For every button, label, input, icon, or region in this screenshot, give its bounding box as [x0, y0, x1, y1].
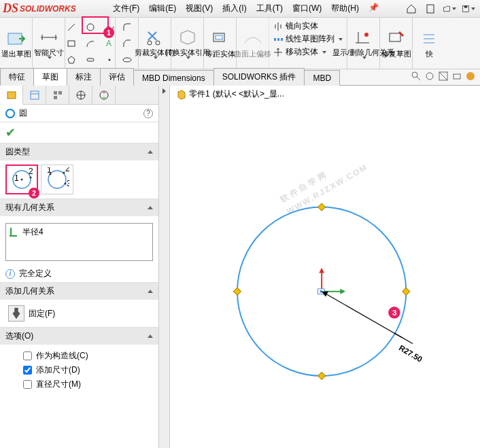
section-options: 选项(O) 作为构造线(C) 添加尺寸(D) 直径尺寸(M) [0, 327, 158, 396]
menu-edit[interactable]: 编辑(E) [149, 3, 176, 14]
fix-relation-button[interactable] [8, 305, 24, 322]
sketch-origin[interactable] [318, 268, 345, 294]
breadcrumb-part[interactable]: 零件1 [189, 88, 210, 100]
svg-point-25 [426, 73, 433, 80]
sec-options-label: 选项(O) [5, 330, 33, 342]
open-icon[interactable] [442, 1, 457, 16]
panel-header: 圆 ? [0, 105, 158, 122]
zoom-icon[interactable] [424, 71, 435, 84]
repair-sketch-button[interactable]: 修复草图 [380, 18, 413, 69]
sec-type-label: 圆类型 [5, 146, 30, 158]
mirror-button[interactable]: 镜向实体 [273, 20, 343, 32]
arc-tool[interactable] [82, 36, 99, 51]
dimxpert-tab[interactable] [69, 86, 92, 105]
tab-mbd-dim[interactable]: MBD Dimensions [133, 70, 214, 86]
smart-dimension-button[interactable]: 智能尺寸 [33, 18, 65, 69]
tab-features[interactable]: 特征 [0, 68, 34, 86]
svg-rect-9 [87, 58, 94, 61]
view-normal-icon[interactable] [451, 71, 462, 84]
ok-button[interactable]: ✔ [0, 122, 158, 143]
rect-tool[interactable] [63, 36, 80, 51]
fillet-tool[interactable] [118, 20, 136, 35]
svg-rect-16 [274, 38, 276, 41]
oncurve-offset-button[interactable]: 曲面上偏移 [237, 18, 269, 69]
new-doc-icon[interactable] [423, 1, 438, 16]
linear-pattern-button[interactable]: 线性草图阵列 [273, 33, 343, 45]
svg-rect-33 [54, 91, 57, 94]
appearance-icon[interactable] [465, 71, 476, 84]
svg-rect-2 [464, 5, 468, 7]
svg-rect-56 [233, 288, 241, 295]
breadcrumb-config[interactable]: (默认< <默认>_显... [213, 88, 284, 100]
title-bar-right [404, 1, 480, 16]
svg-rect-34 [58, 91, 62, 94]
section-existing-relations: 现有几何关系 半径4 i 完全定义 [0, 199, 158, 282]
svg-point-23 [412, 72, 417, 77]
save-icon[interactable] [461, 1, 476, 16]
flyout-gutter[interactable] [159, 86, 170, 448]
construction-checkbox[interactable] [23, 351, 32, 360]
section-circle-type: 圆类型 12 2 123 [0, 143, 158, 199]
menu-tools[interactable]: 工具(T) [256, 3, 283, 14]
tab-sw-addins[interactable]: SOLIDWORKS 插件 [213, 68, 305, 86]
circle-icon [5, 109, 15, 118]
convert-button[interactable]: 转换实体引用 [171, 18, 204, 69]
svg-rect-15 [216, 35, 222, 39]
property-manager: 圆 ? ✔ 圆类型 12 2 123 现有几何关系 [0, 86, 159, 448]
svg-point-11 [123, 58, 131, 62]
svg-rect-18 [281, 38, 283, 41]
offset-button[interactable]: 等距实体 [204, 18, 237, 69]
svg-marker-8 [68, 56, 75, 63]
property-tab[interactable] [23, 86, 46, 105]
menu-file[interactable]: 文件(F) [113, 3, 139, 14]
menu-pin-icon[interactable]: 📌 [368, 3, 379, 14]
feature-tree-tab[interactable] [0, 86, 23, 105]
svg-text:2: 2 [65, 167, 69, 173]
exit-sketch-button[interactable]: 退出草图 [0, 18, 33, 69]
slot-tool[interactable] [82, 52, 99, 67]
section-view-icon[interactable] [438, 71, 449, 84]
chevron-up-icon [148, 290, 153, 293]
annotation-badge-3: 3 [392, 308, 397, 317]
radius-dimension[interactable]: R27.50 [322, 292, 424, 364]
app-logo: DS SOLIDWORKS [0, 0, 102, 18]
definition-status: i 完全定义 [0, 265, 158, 282]
appearance-tab[interactable] [92, 86, 116, 105]
menu-view[interactable]: 视图(V) [186, 3, 213, 14]
relations-list[interactable]: 半径4 [5, 223, 153, 261]
graphics-area[interactable]: 零件1 (默认< <默认>_显... 软件自学网 WWW.RJZXW.COM [159, 86, 480, 448]
help-icon[interactable]: ? [143, 109, 153, 118]
relation-icon [9, 226, 20, 237]
svg-point-42 [30, 177, 32, 179]
trim-button[interactable]: 剪裁实体(T) [139, 18, 171, 69]
command-manager-tabs: 特征 草图 标注 评估 MBD Dimensions SOLIDWORKS 插件… [0, 69, 480, 86]
menu-bar: 文件(F) 编辑(E) 视图(V) 插入(I) 工具(T) 窗口(W) 帮助(H… [113, 3, 379, 14]
tab-sketch[interactable]: 草图 [33, 68, 67, 86]
polygon-tool[interactable] [63, 52, 80, 67]
config-tab[interactable] [46, 86, 69, 105]
tab-evaluate[interactable]: 评估 [100, 68, 134, 86]
svg-line-24 [417, 77, 420, 80]
menu-insert[interactable]: 插入(I) [222, 3, 246, 14]
ellipse-tool[interactable] [118, 52, 136, 67]
home-icon[interactable] [404, 1, 419, 16]
tab-mbd[interactable]: MBD [304, 70, 340, 86]
svg-rect-22 [390, 33, 400, 41]
svg-marker-59 [319, 268, 324, 273]
tab-annotate[interactable]: 标注 [67, 68, 101, 86]
add-dim-checkbox[interactable] [23, 366, 32, 375]
search-icon[interactable] [411, 71, 422, 84]
menu-help[interactable]: 帮助(H) [331, 3, 359, 14]
chamfer-tool[interactable] [118, 36, 136, 51]
line-tool[interactable] [63, 20, 80, 35]
show-relations-button[interactable]: 显示/删除几何关系 [347, 18, 380, 69]
sketch-canvas[interactable]: R27.50 3 [170, 102, 480, 448]
svg-line-27 [439, 72, 447, 80]
svg-marker-61 [340, 289, 345, 294]
perimeter-circle-type[interactable]: 123 [41, 165, 73, 194]
svg-rect-57 [402, 288, 410, 295]
quick-button[interactable]: 快 [413, 18, 445, 69]
center-circle-type[interactable]: 12 2 [5, 165, 38, 194]
diameter-checkbox[interactable] [23, 380, 32, 389]
menu-window[interactable]: 窗口(W) [292, 3, 322, 14]
